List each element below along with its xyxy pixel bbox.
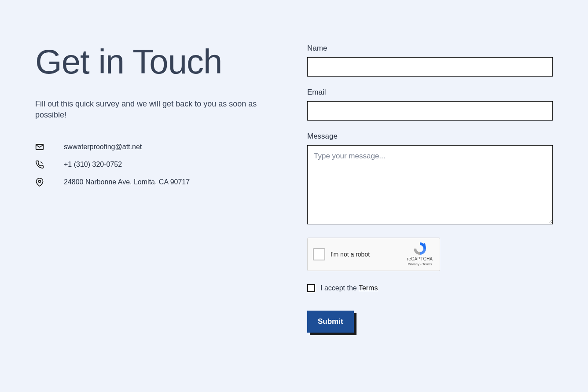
name-group: Name — [307, 44, 553, 77]
name-label: Name — [307, 44, 553, 53]
terms-link[interactable]: Terms — [359, 284, 378, 292]
terms-text: I accept the Terms — [320, 284, 378, 292]
contact-list: swwaterproofing@att.net +1 (310) 320-075… — [35, 143, 281, 187]
recaptcha-branding: reCAPTCHA Privacy - Terms — [405, 242, 434, 266]
submit-button[interactable]: Submit — [307, 311, 354, 333]
recaptcha-label: I'm not a robot — [331, 251, 370, 258]
recaptcha-links: Privacy - Terms — [405, 262, 434, 266]
message-group: Message — [307, 132, 553, 226]
name-input[interactable] — [307, 57, 553, 77]
message-label: Message — [307, 132, 553, 141]
mail-icon — [35, 143, 44, 151]
recaptcha-terms-link[interactable]: Terms — [423, 262, 432, 266]
info-column: Get in Touch Fill out this quick survey … — [35, 44, 281, 333]
contact-address-item: 24800 Narbonne Ave, Lomita, CA 90717 — [35, 178, 281, 187]
location-icon — [35, 178, 44, 187]
contact-email-item: swwaterproofing@att.net — [35, 143, 281, 151]
email-group: Email — [307, 88, 553, 121]
contact-phone-item: +1 (310) 320-0752 — [35, 160, 281, 169]
terms-prefix: I accept the — [320, 284, 359, 292]
svg-point-1 — [39, 180, 41, 183]
message-input[interactable] — [307, 145, 553, 224]
recaptcha-logo-icon — [413, 242, 427, 256]
email-label: Email — [307, 88, 553, 97]
page-subheading: Fill out this quick survey and we will g… — [35, 99, 281, 121]
terms-row: I accept the Terms — [307, 284, 553, 292]
phone-icon — [35, 160, 44, 169]
page-heading: Get in Touch — [35, 44, 281, 80]
contact-page: Get in Touch Fill out this quick survey … — [0, 0, 588, 368]
recaptcha-widget: I'm not a robot reCAPTCHA Privacy - Term… — [307, 238, 440, 271]
form-column: Name Email Message I'm not a robot — [307, 44, 553, 333]
contact-email-text[interactable]: swwaterproofing@att.net — [64, 143, 142, 151]
recaptcha-privacy-link[interactable]: Privacy — [408, 262, 419, 266]
email-input[interactable] — [307, 101, 553, 121]
recaptcha-brand-text: reCAPTCHA — [405, 256, 434, 261]
terms-checkbox[interactable] — [307, 284, 315, 292]
recaptcha-checkbox[interactable] — [313, 248, 325, 260]
contact-address-text: 24800 Narbonne Ave, Lomita, CA 90717 — [64, 178, 190, 186]
contact-phone-text[interactable]: +1 (310) 320-0752 — [64, 161, 122, 169]
